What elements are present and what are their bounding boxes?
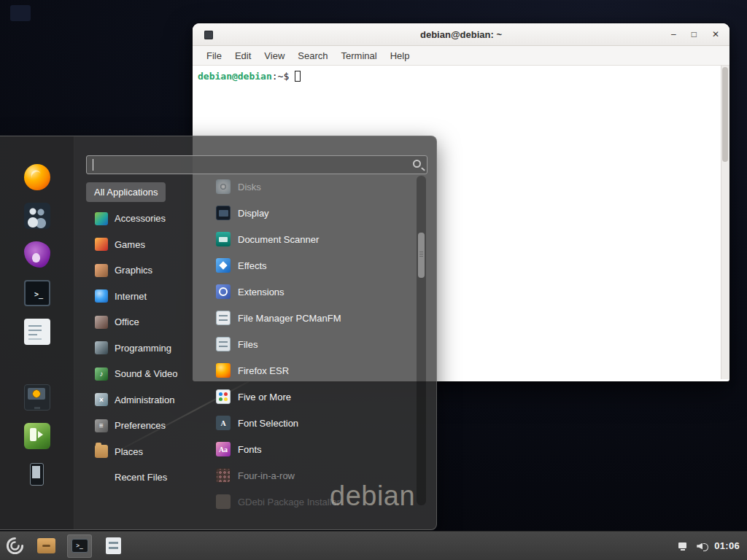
shutdown-button[interactable] — [24, 462, 50, 488]
app-firefox-esr[interactable]: Firefox ESR — [204, 357, 414, 384]
app-label: Font Selection — [238, 418, 298, 429]
category-all-applications[interactable]: All Applications — [86, 182, 166, 202]
app-label: Fonts — [238, 444, 262, 455]
administration-icon: × — [95, 393, 108, 406]
favorite-text-editor[interactable] — [24, 319, 50, 345]
panel-file-manager-icon — [37, 538, 55, 553]
terminal-scrollbar-thumb[interactable] — [722, 67, 728, 162]
launcher-files[interactable] — [101, 534, 125, 558]
menu-view[interactable]: View — [258, 50, 291, 61]
app-files[interactable]: Files — [204, 331, 414, 357]
app-font-selection[interactable]: A Font Selection — [204, 410, 414, 436]
app-file-manager-pcmanfm[interactable]: File Manager PCManFM — [204, 305, 414, 331]
system-tray: 01:06 — [678, 532, 743, 560]
category-label: Internet — [115, 291, 147, 302]
menu-search[interactable]: Search — [291, 50, 334, 61]
search-box — [86, 155, 427, 174]
app-gdebi-package-installer[interactable]: GDebi Package Installer — [204, 489, 414, 515]
network-tray-item[interactable] — [678, 540, 689, 552]
volume-tray-item[interactable] — [696, 540, 708, 552]
wallpaper-artifact — [10, 5, 31, 21]
app-label: Extensions — [238, 287, 285, 298]
files-icon — [216, 337, 231, 351]
category-places[interactable]: Places — [86, 439, 197, 465]
category-label: Sound & Video — [115, 368, 178, 379]
application-menu: debian >_ All Applications Accessories G… — [0, 136, 437, 530]
favorites-list: >_ — [24, 164, 50, 345]
menu-button[interactable] — [1, 534, 28, 559]
prompt-line: debian@debian:~$ — [193, 66, 729, 82]
category-label: Programming — [115, 343, 171, 354]
category-administration[interactable]: × Administration — [86, 387, 197, 413]
logout-button[interactable] — [24, 423, 50, 449]
accessories-icon — [95, 212, 108, 225]
maximize-button[interactable]: □ — [692, 30, 697, 39]
app-label: Effects — [238, 260, 267, 271]
window-controls: – □ ✕ — [671, 23, 719, 45]
launcher-terminal[interactable]: >_ — [67, 534, 92, 558]
app-document-scanner[interactable]: Document Scanner — [204, 226, 414, 252]
firefox-fav-icon — [24, 164, 50, 190]
category-programming[interactable]: Programming — [86, 335, 197, 362]
favorite-terminal[interactable]: >_ — [24, 280, 50, 306]
games-icon — [95, 238, 108, 251]
gdebi-icon — [216, 494, 231, 509]
pidgin-icon — [24, 241, 50, 268]
category-office[interactable]: Office — [86, 309, 197, 335]
app-four-in-a-row[interactable]: Four-in-a-row — [204, 462, 414, 489]
taskbar: >_ 01:06 — [0, 531, 747, 560]
app-label: GDebi Package Installer — [238, 497, 340, 508]
prompt-user: debian@debian — [198, 71, 272, 82]
minimize-button[interactable]: – — [671, 30, 676, 39]
session-buttons — [24, 384, 50, 488]
menu-file[interactable]: File — [200, 50, 228, 61]
app-extensions[interactable]: Extensions — [204, 279, 414, 305]
favorite-pidgin[interactable] — [24, 241, 50, 268]
app-five-or-more[interactable]: Five or More — [204, 384, 414, 410]
app-display[interactable]: Display — [204, 200, 414, 226]
category-preferences[interactable]: ≡ Preferences — [86, 413, 197, 439]
menu-search-input[interactable] — [86, 155, 427, 174]
category-internet[interactable]: Internet — [86, 284, 197, 310]
places-icon — [95, 445, 108, 458]
lock-screen-icon — [24, 384, 50, 411]
close-button[interactable]: ✕ — [712, 30, 719, 39]
category-label: Places — [115, 446, 143, 457]
internet-icon — [95, 289, 108, 303]
clock: 01:06 — [714, 540, 740, 551]
terminal-menubar: File Edit View Search Terminal Help — [193, 46, 729, 66]
disks-icon — [216, 179, 231, 194]
document-scanner-icon — [216, 232, 231, 246]
category-sound-video[interactable]: ♪ Sound & Video — [86, 361, 197, 387]
app-fonts[interactable]: Aa Fonts — [204, 436, 414, 462]
category-graphics[interactable]: Graphics — [86, 257, 197, 284]
launcher-file-manager[interactable] — [34, 534, 58, 558]
app-disks[interactable]: Disks — [204, 174, 414, 200]
lock-screen-button[interactable] — [24, 384, 50, 411]
menu-help[interactable]: Help — [384, 50, 417, 61]
category-accessories[interactable]: Accessories — [86, 206, 197, 232]
menu-terminal[interactable]: Terminal — [335, 50, 384, 61]
app-label: Five or More — [238, 392, 291, 402]
panel-terminal-icon: >_ — [71, 539, 88, 553]
terminal-scrollbar[interactable] — [721, 66, 729, 379]
category-label: Preferences — [115, 420, 166, 431]
category-label: Accessories — [115, 213, 166, 224]
category-label: Office — [115, 316, 139, 327]
menu-scrollbar[interactable] — [417, 176, 426, 505]
app-effects[interactable]: Effects — [204, 252, 414, 279]
terminal-titlebar[interactable]: debian@debian: ~ – □ ✕ — [193, 23, 729, 46]
text-editor-icon — [24, 319, 50, 345]
favorite-users[interactable] — [24, 203, 50, 229]
programming-icon — [95, 341, 108, 354]
category-games[interactable]: Games — [86, 232, 197, 258]
category-list: All Applications Accessories Games Graph… — [86, 179, 197, 491]
menu-edit[interactable]: Edit — [228, 50, 258, 61]
category-recent-files[interactable]: Recent Files — [86, 464, 197, 491]
menu-scrollbar-thumb[interactable] — [418, 233, 425, 278]
favorite-firefox[interactable] — [24, 164, 50, 190]
four-in-a-row-icon — [216, 468, 231, 483]
terminal-fav-icon: >_ — [24, 280, 50, 306]
application-list: Disks Display Document Scanner Effects E… — [204, 174, 414, 515]
category-label: All Applications — [94, 187, 158, 198]
